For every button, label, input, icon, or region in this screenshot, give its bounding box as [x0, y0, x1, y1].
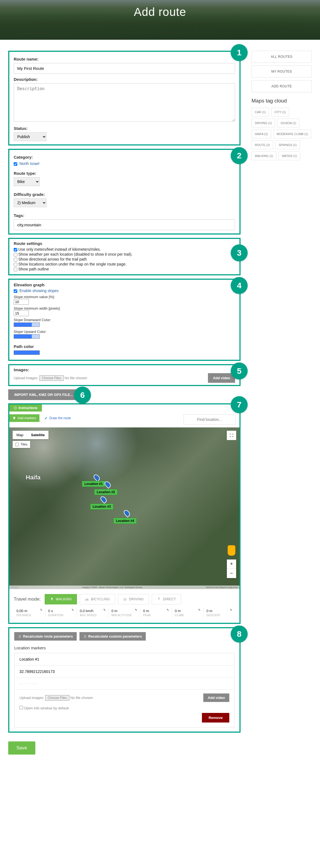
stat-duration: ✎0 sDURATION	[45, 608, 77, 618]
tiles-toggle[interactable]: Tiles	[12, 441, 30, 448]
path-color-swatch[interactable]	[14, 350, 40, 355]
tag-3[interactable]: GILBOA (1)	[277, 119, 299, 127]
box-route-settings: 3 Route settings Use only meters/feet in…	[8, 238, 241, 275]
route-setting-label-2: Show directional arrows for the trail pa…	[18, 257, 87, 261]
loc-choose-files-button[interactable]: Choose Files	[45, 695, 69, 701]
route-type-select[interactable]: Bike	[14, 177, 40, 186]
tag-0[interactable]: CAR (1)	[252, 108, 269, 117]
box-route-basic: 1 Route name: Description: Status: Publi…	[8, 51, 241, 146]
slope-min-val-input[interactable]	[14, 299, 29, 305]
box-elevation: 4 Elevation graph Enable showing slopes …	[8, 279, 241, 361]
travel-mode-driving[interactable]: DRIVING	[118, 594, 149, 604]
status-select[interactable]: Publish	[14, 132, 46, 141]
difficulty-select[interactable]: 2) Medium	[14, 198, 46, 207]
loc-add-video-button[interactable]: Add video	[203, 693, 229, 702]
recalc-custom-button[interactable]: Recalculate custom parameters	[79, 632, 146, 641]
description-textarea[interactable]	[14, 83, 235, 122]
route-setting-checkbox-0[interactable]	[14, 248, 17, 251]
tag-7[interactable]: SPRINGS (1)	[275, 141, 300, 149]
travel-mode-walking[interactable]: WALKING	[45, 594, 77, 604]
save-button[interactable]: Save	[8, 741, 35, 754]
tiles-checkbox[interactable]	[15, 443, 19, 446]
route-setting-checkbox-2[interactable]	[14, 258, 17, 261]
tag-6[interactable]: ROUTE (2)	[252, 141, 273, 149]
find-location-input[interactable]	[184, 414, 235, 425]
slope-min-width-input[interactable]	[14, 310, 29, 316]
step-badge-6: 6	[74, 386, 91, 404]
route-setting-checkbox-1[interactable]	[14, 253, 17, 256]
route-setting-label-3: Show locations section under the map on …	[18, 262, 127, 266]
open-info-checkbox[interactable]	[20, 706, 23, 709]
fullscreen-button[interactable]	[227, 431, 236, 440]
upload-images-label: Upload images:	[14, 376, 38, 380]
location-lat-input[interactable]	[14, 665, 234, 678]
driving-icon	[123, 597, 127, 601]
travel-mode-direct[interactable]: DIRECT	[152, 594, 181, 604]
stat-descent: ✎0 mDESCENT	[203, 608, 235, 618]
step-badge-3: 3	[231, 244, 248, 261]
sidebar-button-2[interactable]: ADD ROUTE	[252, 80, 312, 92]
enable-slopes-checkbox[interactable]	[14, 289, 17, 293]
slope-down-color-label: Slope Downward Color:	[14, 318, 235, 322]
route-setting-checkbox-3[interactable]	[14, 263, 17, 266]
description-label: Description:	[14, 77, 235, 82]
location-name-input[interactable]	[14, 653, 234, 665]
slope-up-color-swatch[interactable]	[14, 334, 40, 339]
images-label: Images:	[14, 367, 235, 372]
tag-2[interactable]: DRIVING (1)	[252, 119, 275, 127]
map-canvas[interactable]: Map Satellite Tiles Haifa Location #1 Lo…	[9, 427, 239, 589]
edit-icon[interactable]: ✎	[230, 608, 232, 612]
zoom-in-button[interactable]: +	[227, 559, 236, 569]
map-marker-1[interactable]	[92, 473, 101, 482]
tag-1[interactable]: CITY (1)	[271, 108, 289, 117]
remove-location-button[interactable]: Remove	[202, 713, 229, 722]
difficulty-label: Difficulty grade:	[14, 192, 235, 197]
draw-route-tab[interactable]: Draw the route	[41, 414, 74, 422]
import-file-button[interactable]: IMPORT KML, KMZ OR GPX FILE...	[8, 389, 79, 400]
add-video-button[interactable]: Add video	[208, 373, 235, 383]
map-marker-4[interactable]	[123, 509, 131, 517]
sidebar-button-1[interactable]: MY ROUTES	[252, 65, 312, 78]
recalc-route-button[interactable]: Recalculate route parameters	[14, 632, 77, 641]
map-type-satellite[interactable]: Satellite	[27, 431, 49, 439]
sidebar-button-0[interactable]: ALL ROUTES	[252, 51, 312, 63]
category-north-israel-checkbox[interactable]	[14, 162, 17, 166]
edit-icon[interactable]: ✎	[167, 608, 169, 612]
route-setting-checkbox-4[interactable]	[14, 268, 17, 271]
location-extra-field[interactable]: ·· · ·· ·· · ·· ·· ·	[14, 678, 234, 690]
choose-files-button[interactable]: Choose Files	[39, 375, 64, 381]
edit-icon[interactable]: ✎	[40, 608, 42, 612]
map-attribution: Google Imagery ©2020 , Maxar Technologie…	[9, 586, 239, 589]
location-tag-3[interactable]: Location #3	[90, 504, 114, 509]
location-tag-4[interactable]: Location #4	[114, 518, 137, 524]
map-type-map[interactable]: Map	[12, 431, 27, 439]
slope-down-color-swatch[interactable]	[14, 322, 40, 327]
edit-icon[interactable]: ✎	[135, 608, 137, 612]
status-label: Status:	[14, 126, 235, 131]
zoom-out-button[interactable]: −	[227, 569, 236, 578]
pegman-icon[interactable]	[228, 545, 235, 556]
step-badge-8: 8	[231, 625, 248, 643]
travel-mode-bicycling[interactable]: BICYCLING	[80, 594, 115, 604]
pencil-icon	[44, 416, 48, 420]
stat-distance: ✎0.00 mDISTANCE	[14, 608, 45, 618]
map-marker-3[interactable]	[99, 495, 108, 504]
tag-5[interactable]: MODERATE CLIMB (1)	[274, 130, 312, 138]
edit-icon[interactable]: ✎	[198, 608, 200, 612]
step-badge-7: 7	[231, 396, 248, 413]
route-name-input[interactable]	[14, 63, 235, 74]
location-tag-2[interactable]: Location #2	[94, 489, 118, 495]
instructions-button[interactable]: Instructions	[9, 404, 42, 411]
tag-4[interactable]: HAIFA (2)	[252, 130, 271, 138]
stat-min-altitude: ✎0 mMIN ALTITUDE	[109, 608, 140, 618]
refresh-icon	[83, 635, 87, 638]
step-badge-4: 4	[231, 277, 248, 294]
add-markers-tab[interactable]: Add markers	[9, 414, 39, 422]
edit-icon[interactable]: ✎	[103, 608, 106, 612]
edit-icon[interactable]: ✎	[71, 608, 74, 612]
direct-icon	[157, 597, 161, 601]
location-tag-1[interactable]: Location #1	[82, 481, 105, 487]
tag-9[interactable]: WATER (1)	[279, 152, 300, 160]
tags-input[interactable]	[14, 219, 235, 230]
tag-8[interactable]: WALKING (1)	[252, 152, 277, 160]
